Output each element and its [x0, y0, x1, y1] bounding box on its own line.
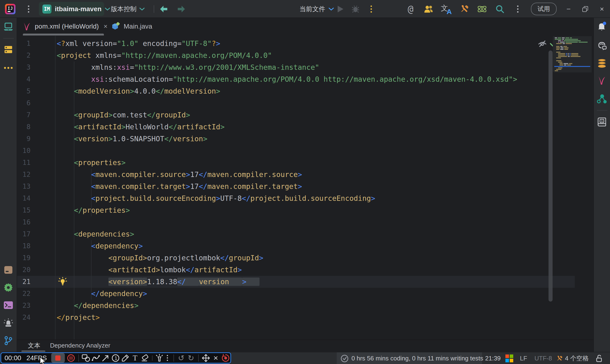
code-line[interactable]: <project.build.sourceEncoding>UTF-8</pro…: [57, 193, 517, 204]
problems-siren-button[interactable]: [4, 318, 13, 327]
minimap-row: [554, 70, 590, 71]
close-recorder-button[interactable]: ×: [211, 353, 221, 363]
code-line[interactable]: <dependencies>: [57, 228, 517, 240]
dependencies-graph-button[interactable]: [597, 94, 607, 104]
undo-button[interactable]: ↺: [176, 353, 186, 363]
project-widget[interactable]: IM itbaima-maven: [42, 0, 110, 18]
code-line[interactable]: </properties>: [57, 204, 517, 216]
back-button[interactable]: [158, 0, 169, 18]
recorder-kebab-icon[interactable]: [164, 355, 171, 361]
documentation-button[interactable]: A: [597, 117, 606, 127]
eraser-button[interactable]: [140, 354, 150, 362]
draw-text-button[interactable]: T: [130, 353, 140, 362]
tab-dependency-analyzer[interactable]: Dependency Analyzer: [50, 340, 110, 351]
file-lock-widget[interactable]: [596, 352, 602, 364]
draw-freehand-button[interactable]: [91, 354, 101, 362]
line-ending-widget[interactable]: LF: [520, 352, 527, 364]
code-line[interactable]: <version>1.0-SNAPSHOT</version>: [57, 133, 517, 145]
code-line[interactable]: [57, 145, 517, 157]
draw-arrow-button[interactable]: [101, 354, 111, 362]
debug-button[interactable]: [350, 0, 361, 18]
run-configuration-widget[interactable]: 当前文件: [299, 0, 334, 18]
code-line[interactable]: <groupId>com.test</groupId>: [57, 109, 517, 121]
maven-tool-window-button[interactable]: [597, 76, 606, 85]
coding-time-widget[interactable]: 0 hrs 56 mins coding, 0 hrs 11 mins writ…: [340, 352, 483, 364]
bell-icon: [597, 22, 607, 32]
terminal-button[interactable]: [4, 301, 13, 309]
code-content[interactable]: <?xml version="1.0" encoding="UTF-8"?><p…: [57, 38, 517, 324]
stop-recording-button[interactable]: [51, 353, 65, 363]
run-options-kebab-icon[interactable]: [366, 0, 376, 18]
ime-indicator[interactable]: [506, 352, 513, 364]
restart-recording-button[interactable]: [221, 354, 230, 362]
ai-chat-button[interactable]: [597, 41, 607, 51]
vcs-widget[interactable]: 版本控制: [111, 0, 145, 18]
code-line[interactable]: <artifactId>lombok</artifactId>: [57, 264, 517, 276]
code-line[interactable]: <project xmlns="http://maven.apache.org/…: [57, 50, 517, 62]
pause-recording-button[interactable]: [66, 354, 76, 362]
atom-plugin-button[interactable]: [477, 0, 488, 18]
draw-shape-button[interactable]: [81, 354, 91, 362]
code-line[interactable]: <maven.compiler.source>17</maven.compile…: [57, 169, 517, 181]
more-options-kebab-icon[interactable]: [513, 0, 522, 18]
close-tab-icon[interactable]: ×: [103, 23, 108, 30]
spotlight-button[interactable]: [155, 354, 164, 362]
clock-widget[interactable]: 21:39: [485, 352, 501, 364]
services-gear-button[interactable]: [4, 283, 13, 292]
search-everywhere-button[interactable]: [494, 0, 506, 18]
code-minimap[interactable]: [553, 36, 592, 72]
main-menu-kebab-icon[interactable]: [24, 0, 33, 18]
redo-button[interactable]: ↻: [186, 353, 196, 363]
code-line[interactable]: <groupId>org.projectlombok</groupId>: [57, 252, 517, 264]
indent-widget[interactable]: 4 个空格: [556, 352, 589, 364]
editor-scrollbar[interactable]: [548, 51, 553, 302]
code-with-me-button[interactable]: [423, 0, 434, 18]
ai-chat-icon: [597, 41, 607, 51]
run-button[interactable]: [335, 0, 346, 18]
ai-assistant-button[interactable]: @: [405, 0, 416, 18]
code-line[interactable]: <?xml version="1.0" encoding="UTF-8"?>: [57, 38, 517, 50]
translate-button[interactable]: 文 A: [440, 0, 452, 18]
code-line[interactable]: <version>1.18.38</version>: [57, 276, 517, 288]
trial-button[interactable]: 试用: [531, 0, 557, 18]
more-tool-windows-button[interactable]: [4, 67, 13, 69]
code-editor[interactable]: 123456789101112131415161718192021222324 …: [17, 36, 593, 339]
move-icon: [202, 354, 210, 362]
notifications-button[interactable]: [597, 22, 607, 32]
draw-number-button[interactable]: 1: [111, 354, 120, 362]
code-line[interactable]: <modelVersion>4.0.0</modelVersion>: [57, 85, 517, 97]
intellij-logo-icon[interactable]: IJ: [5, 0, 16, 18]
move-toolbar-button[interactable]: [201, 354, 211, 362]
code-line[interactable]: <maven.compiler.target>17</maven.compile…: [57, 181, 517, 193]
forward-button[interactable]: [176, 0, 187, 18]
git-tool-window-button[interactable]: [4, 336, 13, 345]
squiggle-icon: [91, 354, 100, 362]
project-badge: IM: [42, 4, 52, 13]
code-line[interactable]: <artifactId>HelloWorld</artifactId>: [57, 121, 517, 133]
minimize-button[interactable]: −: [563, 0, 574, 18]
code-line[interactable]: xsi:schemaLocation="http://maven.apache.…: [57, 73, 517, 85]
line-number: 4: [17, 73, 30, 85]
tab-main-java[interactable]: Main.java: [111, 18, 152, 35]
quick-tools-button[interactable]: [459, 0, 470, 18]
services-stack-button[interactable]: [4, 45, 13, 54]
intention-bulb-icon[interactable]: [58, 277, 67, 287]
code-line[interactable]: </project>: [57, 312, 517, 324]
code-line[interactable]: </dependency>: [57, 288, 517, 300]
restore-button[interactable]: [580, 0, 591, 18]
code-line[interactable]: [57, 216, 517, 228]
build-tool-window-button[interactable]: [4, 266, 13, 274]
draw-pencil-button[interactable]: [120, 354, 130, 362]
database-button[interactable]: [597, 59, 607, 68]
code-line[interactable]: <dependency>: [57, 240, 517, 252]
encoding-widget[interactable]: UTF-8: [534, 352, 552, 364]
remote-dev-button[interactable]: [3, 23, 13, 31]
code-line[interactable]: <properties>: [57, 157, 517, 169]
code-line[interactable]: </dependencies>: [57, 300, 517, 312]
tab-text-view[interactable]: 文本: [28, 340, 40, 351]
code-line[interactable]: [57, 97, 517, 109]
inspection-eye-off-icon[interactable]: [538, 39, 547, 49]
close-window-button[interactable]: ×: [596, 0, 608, 18]
tab-pom-xml[interactable]: pom.xml (HelloWorld) ×: [23, 18, 108, 35]
code-line[interactable]: xmlns:xsi="http://www.w3.org/2001/XMLSch…: [57, 62, 517, 73]
